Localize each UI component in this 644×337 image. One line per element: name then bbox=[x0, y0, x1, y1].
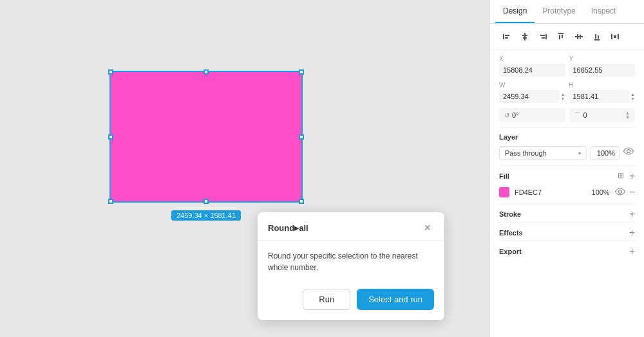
y-label: Y bbox=[569, 55, 636, 62]
run-button[interactable]: Run bbox=[303, 289, 350, 310]
corner-radius-field[interactable]: ⌒ 0 ▲ ▼ bbox=[569, 108, 636, 122]
distribute-btn[interactable] bbox=[607, 29, 623, 44]
selected-shape-wrapper: 2459.34 × 1581.41 bbox=[109, 71, 303, 203]
right-panel: Design Prototype Inspect bbox=[489, 0, 644, 337]
svg-rect-19 bbox=[618, 34, 619, 39]
y-input[interactable] bbox=[569, 64, 636, 77]
align-center-h-btn[interactable] bbox=[517, 29, 533, 44]
size-fields: W ▲▼ H ▲▼ bbox=[490, 82, 644, 108]
svg-rect-13 bbox=[577, 34, 578, 39]
w-input[interactable] bbox=[499, 90, 560, 103]
svg-rect-7 bbox=[540, 35, 545, 36]
h-input[interactable] bbox=[569, 90, 630, 103]
fill-icons: − bbox=[615, 187, 635, 198]
dialog-title: Round▸all bbox=[268, 223, 308, 233]
handle-rm[interactable] bbox=[299, 134, 304, 140]
align-left-btn[interactable] bbox=[499, 29, 515, 44]
x-input[interactable] bbox=[499, 64, 565, 77]
svg-rect-3 bbox=[524, 33, 526, 41]
panel-tabs: Design Prototype Inspect bbox=[490, 0, 644, 24]
w-stepper[interactable]: ▲▼ bbox=[561, 92, 565, 101]
handle-br[interactable] bbox=[299, 199, 304, 204]
svg-rect-11 bbox=[562, 35, 563, 38]
position-fields: X Y bbox=[490, 50, 644, 82]
svg-rect-20 bbox=[614, 35, 616, 38]
svg-rect-18 bbox=[611, 34, 612, 39]
handle-tm[interactable] bbox=[204, 69, 209, 75]
dialog-body: Round your specific selection to the nea… bbox=[258, 241, 444, 282]
align-center-v-btn[interactable] bbox=[571, 29, 587, 44]
handle-bm[interactable] bbox=[204, 199, 209, 204]
rotation-field[interactable]: ↺ 0° bbox=[499, 108, 565, 122]
corner-stepper[interactable]: ▲ ▼ bbox=[625, 111, 630, 120]
chevron-down-icon: ▾ bbox=[578, 150, 581, 156]
export-add-button[interactable]: + bbox=[629, 246, 635, 257]
fill-swatch[interactable] bbox=[499, 187, 509, 197]
svg-rect-0 bbox=[503, 34, 504, 39]
plugin-dialog: Round▸all ✕ Round your specific selectio… bbox=[258, 212, 444, 320]
svg-point-22 bbox=[618, 190, 621, 193]
layer-row: Pass through ▾ bbox=[490, 143, 644, 165]
corner-radius-value: 0 bbox=[583, 111, 587, 119]
opacity-input[interactable] bbox=[591, 146, 620, 160]
handle-lm[interactable] bbox=[108, 134, 113, 140]
layer-section-title: Layer bbox=[490, 128, 644, 143]
h-label: H bbox=[569, 82, 636, 89]
blend-mode-select[interactable]: Pass through ▾ bbox=[499, 146, 587, 160]
close-button[interactable]: ✕ bbox=[421, 221, 434, 234]
effects-section-header: Effects + bbox=[490, 223, 644, 241]
svg-rect-15 bbox=[594, 39, 600, 41]
align-top-btn[interactable] bbox=[553, 29, 569, 44]
visibility-icon[interactable] bbox=[623, 147, 635, 159]
x-label: X bbox=[499, 55, 565, 62]
svg-rect-1 bbox=[505, 35, 509, 36]
svg-point-21 bbox=[627, 150, 630, 153]
handle-tl[interactable] bbox=[108, 69, 113, 75]
svg-rect-2 bbox=[505, 37, 508, 39]
fill-grid-icon[interactable]: ⊞ bbox=[618, 171, 624, 181]
stroke-section-title: Stroke bbox=[499, 210, 521, 218]
align-right-btn[interactable] bbox=[535, 29, 551, 44]
tab-prototype[interactable]: Prototype bbox=[535, 0, 583, 23]
rotation-row: ↺ 0° ⌒ 0 ▲ ▼ bbox=[490, 108, 644, 127]
fill-section-header: Fill ⊞ + bbox=[490, 166, 644, 184]
handle-tr[interactable] bbox=[299, 69, 304, 75]
export-section-header: Export + bbox=[490, 241, 644, 259]
stroke-add-button[interactable]: + bbox=[629, 209, 635, 219]
svg-rect-10 bbox=[559, 35, 560, 39]
canvas-shape[interactable] bbox=[109, 71, 303, 203]
handle-bl[interactable] bbox=[108, 199, 113, 204]
fill-remove-icon[interactable]: − bbox=[629, 187, 635, 198]
tab-inspect[interactable]: Inspect bbox=[583, 0, 624, 23]
y-field: Y bbox=[569, 55, 636, 77]
svg-rect-12 bbox=[575, 36, 583, 37]
dialog-actions: Run Select and run bbox=[258, 282, 444, 320]
canvas: 2459.34 × 1581.41 Round▸all ✕ Round your… bbox=[0, 0, 489, 337]
select-and-run-button[interactable]: Select and run bbox=[357, 289, 434, 310]
corner-radius-icon: ⌒ bbox=[574, 111, 581, 120]
svg-rect-8 bbox=[542, 37, 545, 39]
export-section-title: Export bbox=[499, 248, 522, 255]
w-label: W bbox=[499, 82, 565, 89]
fill-section-title: Fill bbox=[499, 172, 509, 180]
h-field: H ▲▼ bbox=[569, 82, 636, 103]
svg-rect-16 bbox=[595, 34, 596, 39]
fill-add-icon[interactable]: + bbox=[629, 171, 635, 181]
fill-visibility-icon[interactable] bbox=[615, 188, 625, 197]
x-field: X bbox=[499, 55, 565, 77]
rotation-icon: ↺ bbox=[504, 112, 509, 119]
fill-hex: FD4EC7 bbox=[515, 188, 582, 196]
svg-rect-9 bbox=[558, 33, 564, 34]
align-bottom-btn[interactable] bbox=[589, 29, 605, 44]
dialog-header: Round▸all ✕ bbox=[258, 212, 444, 241]
h-stepper[interactable]: ▲▼ bbox=[630, 92, 635, 101]
fill-row: FD4EC7 100% − bbox=[490, 184, 644, 203]
svg-rect-14 bbox=[580, 35, 581, 39]
w-field: W ▲▼ bbox=[499, 82, 565, 103]
tab-design[interactable]: Design bbox=[495, 0, 535, 23]
size-label: 2459.34 × 1581.41 bbox=[171, 210, 241, 221]
effects-add-button[interactable]: + bbox=[629, 228, 635, 238]
alignment-row bbox=[490, 24, 644, 50]
svg-rect-6 bbox=[545, 34, 547, 39]
svg-rect-17 bbox=[598, 35, 599, 39]
